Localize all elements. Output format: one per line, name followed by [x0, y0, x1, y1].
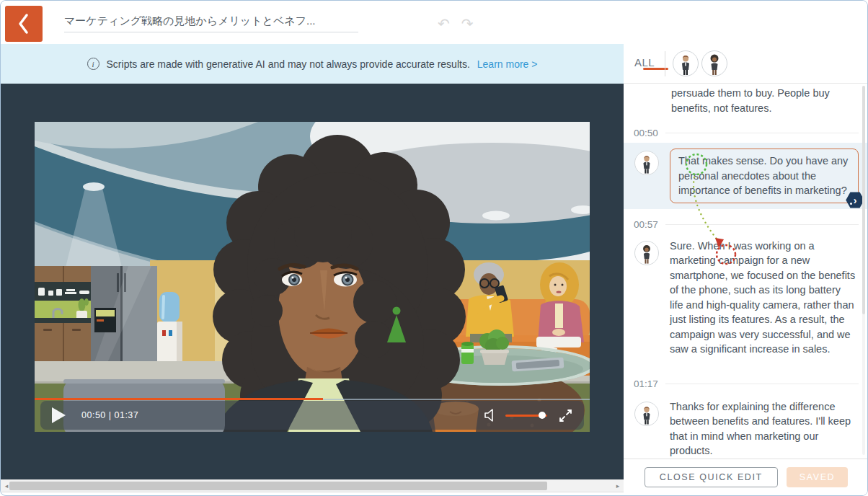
volume-speaker-icon[interactable]	[482, 408, 498, 422]
quick-edit-bubble[interactable]: That makes sense. Do you have any person…	[670, 149, 859, 203]
timestamp-row: 00:57	[634, 219, 868, 230]
script-entry-text[interactable]: Thanks for explaining the difference bet…	[670, 399, 859, 459]
banner-message: Scripts are made with generative AI and …	[107, 58, 470, 70]
panel-scrollbar-thumb[interactable]	[862, 86, 865, 314]
timestamp-row: 00:50	[634, 128, 868, 138]
female-character-avatar	[634, 241, 659, 265]
ai-disclaimer-banner: i Scripts are made with generative AI an…	[1, 44, 624, 84]
script-entry-partial[interactable]: persuade them to buy. People buy benefit…	[671, 86, 854, 116]
timestamp-row: 01:17	[634, 378, 868, 389]
tab-male-character[interactable]	[673, 50, 699, 76]
progress-remaining[interactable]	[323, 399, 590, 400]
male-character-avatar	[634, 151, 659, 175]
volume-slider-handle[interactable]	[539, 412, 546, 419]
scrollbar-thumb[interactable]	[9, 482, 547, 490]
redo-icon[interactable]: ↷	[461, 15, 474, 32]
timestamp-divider	[665, 224, 859, 225]
timestamp-label: 01:17	[634, 378, 658, 389]
male-character-avatar	[634, 402, 659, 426]
tab-female-character[interactable]	[701, 50, 727, 76]
panel-scrollbar[interactable]	[862, 86, 865, 455]
speaker-tab-bar: ALL	[624, 44, 868, 84]
female-character-avatar-icon	[707, 54, 722, 76]
playback-controls-bar: 00:50 | 01:37	[40, 401, 584, 430]
male-character-avatar-icon	[678, 54, 693, 76]
timestamp-label: 00:50	[634, 128, 658, 138]
green-drink-can	[461, 342, 474, 364]
script-entry[interactable]: Thanks for explaining the difference bet…	[624, 397, 868, 459]
undo-icon[interactable]: ↶	[438, 15, 450, 32]
ceiling-lamp	[83, 182, 105, 191]
top-toolbar: マーケティング戦略の見地からメリットとベネフ... ↶ ↷ BETA	[1, 1, 868, 44]
script-entries-list: persuade them to buy. People buy benefit…	[624, 84, 868, 459]
timestamp-divider	[665, 133, 859, 133]
video-canvas[interactable]: 00:50 | 01:37	[35, 122, 590, 432]
progress-played[interactable]	[35, 398, 323, 400]
video-title: マーケティング戦略の見地からメリットとベネフ...	[64, 14, 315, 27]
quick-edit-footer: CLOSE QUICK EDIT SAVED	[624, 459, 868, 495]
refrigerator	[91, 266, 157, 364]
undo-redo-group: ↶ ↷	[438, 15, 474, 32]
script-entry-text[interactable]: Sure. When I was working on a marketing …	[670, 239, 859, 357]
close-quick-edit-button[interactable]: CLOSE QUICK EDIT	[645, 467, 778, 487]
animated-scene	[35, 122, 590, 432]
script-panel: ALL	[624, 44, 868, 495]
tab-all[interactable]: ALL	[634, 56, 655, 68]
horizontal-scrollbar[interactable]: ◂ ▸	[1, 479, 624, 492]
script-entry-text[interactable]: That makes sense. Do you have any person…	[678, 155, 850, 196]
potted-plant	[479, 329, 509, 365]
script-entry-highlighted[interactable]: That makes sense. Do you have any person…	[624, 143, 868, 209]
volume-slider[interactable]	[505, 415, 547, 417]
app-window: マーケティング戦略の見地からメリットとベネフ... ↶ ↷ BETA	[0, 0, 868, 496]
scroll-right-arrow[interactable]: ▸	[613, 480, 623, 492]
fullscreen-icon[interactable]	[559, 409, 572, 422]
back-button[interactable]	[5, 6, 43, 42]
info-icon: i	[87, 58, 99, 70]
script-entry[interactable]: Sure. When I was working on a marketing …	[624, 236, 868, 360]
timestamp-label: 00:57	[634, 219, 658, 230]
learn-more-link[interactable]: Learn more >	[477, 58, 538, 70]
play-button[interactable]	[52, 407, 66, 423]
video-stage: 00:50 | 01:37	[1, 84, 624, 479]
saved-button[interactable]: SAVED	[787, 467, 848, 487]
back-chevron-icon	[17, 12, 31, 35]
water-cooler	[157, 292, 182, 364]
time-display: 00:50 | 01:37	[81, 410, 138, 420]
timestamp-divider	[665, 384, 859, 384]
video-title-field[interactable]: マーケティング戦略の見地からメリットとベネフ...	[64, 14, 358, 32]
tab-divider	[665, 51, 665, 76]
